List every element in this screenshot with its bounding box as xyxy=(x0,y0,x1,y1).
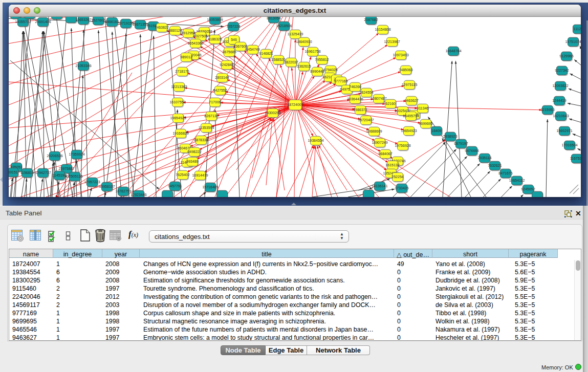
svg-text:717006: 717006 xyxy=(209,100,221,104)
svg-text:12213967: 12213967 xyxy=(384,40,400,43)
svg-text:16961758: 16961758 xyxy=(304,50,320,53)
svg-text:1615132: 1615132 xyxy=(385,163,399,167)
svg-text:5938923: 5938923 xyxy=(443,135,457,138)
svg-text:20364436: 20364436 xyxy=(347,97,363,101)
svg-text:1362615: 1362615 xyxy=(297,64,311,68)
svg-text:10654112: 10654112 xyxy=(509,179,525,182)
svg-text:9860124: 9860124 xyxy=(168,29,182,32)
svg-text:9684067: 9684067 xyxy=(378,152,392,156)
svg-text:18640910: 18640910 xyxy=(296,40,312,43)
svg-text:9227342: 9227342 xyxy=(555,69,569,72)
svg-text:8267130: 8267130 xyxy=(204,114,218,118)
svg-text:19384554: 19384554 xyxy=(308,139,323,142)
svg-text:8990448: 8990448 xyxy=(310,70,324,73)
svg-text:9146821: 9146821 xyxy=(259,52,273,55)
svg-text:10719155: 10719155 xyxy=(118,21,134,25)
svg-text:19654925: 19654925 xyxy=(170,116,186,120)
svg-text:16495794: 16495794 xyxy=(403,114,419,118)
svg-text:10807487: 10807487 xyxy=(371,97,386,100)
svg-text:13958107: 13958107 xyxy=(99,185,115,188)
svg-text:9463627: 9463627 xyxy=(404,99,418,102)
svg-text:20206536: 20206536 xyxy=(47,154,62,158)
svg-text:9245652: 9245652 xyxy=(521,187,535,191)
svg-text:16648784: 16648784 xyxy=(445,49,461,53)
svg-text:18724007: 18724007 xyxy=(287,103,303,106)
svg-text:8471676: 8471676 xyxy=(498,171,512,175)
svg-text:20691406: 20691406 xyxy=(35,20,51,24)
svg-text:993489: 993489 xyxy=(186,160,198,163)
svg-text:18907249: 18907249 xyxy=(372,141,387,144)
svg-text:1156819: 1156819 xyxy=(20,171,34,174)
svg-text:10973493: 10973493 xyxy=(393,53,408,57)
svg-text:12213363: 12213363 xyxy=(171,85,187,89)
svg-text:7625402: 7625402 xyxy=(176,173,189,177)
svg-text:3822037: 3822037 xyxy=(284,60,298,64)
svg-text:15692971: 15692971 xyxy=(556,129,572,133)
svg-text:19166829: 19166829 xyxy=(172,132,188,135)
svg-text:9699695: 9699695 xyxy=(419,122,432,125)
svg-text:23975887: 23975887 xyxy=(58,167,74,170)
svg-text:1733426: 1733426 xyxy=(395,186,408,190)
svg-text:7955812: 7955812 xyxy=(315,58,329,61)
svg-text:19756928: 19756928 xyxy=(395,144,410,147)
svg-text:16782759: 16782759 xyxy=(115,189,131,193)
svg-text:2935114: 2935114 xyxy=(478,156,492,160)
svg-text:7357224: 7357224 xyxy=(226,25,240,28)
svg-text:546: 546 xyxy=(231,38,237,41)
svg-text:7463822: 7463822 xyxy=(155,26,168,29)
svg-text:16409: 16409 xyxy=(431,129,442,133)
svg-text:746266: 746266 xyxy=(349,85,361,89)
svg-text:911346: 911346 xyxy=(417,106,429,110)
svg-text:15751074: 15751074 xyxy=(565,40,581,43)
svg-text:8813054: 8813054 xyxy=(267,17,280,20)
svg-text:7632621: 7632621 xyxy=(488,164,502,167)
svg-text:16543362: 16543362 xyxy=(187,41,203,45)
svg-text:3215953: 3215953 xyxy=(540,108,554,112)
svg-text:19654923: 19654923 xyxy=(401,129,417,133)
svg-text:9474444: 9474444 xyxy=(465,149,478,152)
svg-text:989012: 989012 xyxy=(180,55,192,59)
svg-text:12942737: 12942737 xyxy=(35,171,51,174)
svg-text:12975115: 12975115 xyxy=(402,83,418,86)
svg-text:18300295: 18300295 xyxy=(265,111,280,115)
svg-text:39151: 39151 xyxy=(9,170,18,174)
svg-text:12923446: 12923446 xyxy=(130,193,146,196)
svg-text:12505135: 12505135 xyxy=(67,174,82,178)
svg-text:10688609: 10688609 xyxy=(366,129,382,133)
svg-text:252254: 252254 xyxy=(391,175,403,179)
svg-text:9457791: 9457791 xyxy=(168,184,182,188)
svg-text:16210643: 16210643 xyxy=(553,114,569,118)
svg-text:16671355: 16671355 xyxy=(132,23,148,26)
svg-text:9242848: 9242848 xyxy=(220,63,233,67)
svg-text:1527602: 1527602 xyxy=(91,18,105,22)
svg-text:8454749: 8454749 xyxy=(246,48,259,51)
svg-text:3675685: 3675685 xyxy=(222,50,236,54)
svg-text:11353594: 11353594 xyxy=(199,126,214,129)
svg-text:16914479: 16914479 xyxy=(192,173,208,177)
svg-text:16053809: 16053809 xyxy=(207,18,223,21)
svg-text:8878334: 8878334 xyxy=(194,138,208,142)
svg-text:16154808: 16154808 xyxy=(375,28,390,31)
svg-text:6879197: 6879197 xyxy=(454,142,468,145)
svg-text:2803144: 2803144 xyxy=(215,76,229,79)
svg-text:9327505: 9327505 xyxy=(193,34,207,38)
svg-text:1145194: 1145194 xyxy=(53,173,67,177)
svg-text:3824554: 3824554 xyxy=(359,91,373,94)
svg-text:19218506: 19218506 xyxy=(276,24,292,28)
svg-text:62160: 62160 xyxy=(385,102,396,105)
svg-text:9129966: 9129966 xyxy=(559,54,573,58)
svg-text:2718170: 2718170 xyxy=(175,70,189,73)
svg-text:8427552: 8427552 xyxy=(213,89,227,92)
svg-text:11325419: 11325419 xyxy=(288,32,303,36)
svg-text:9777169: 9777169 xyxy=(334,79,347,83)
svg-text:7986372: 7986372 xyxy=(353,108,367,112)
svg-text:17359924: 17359924 xyxy=(69,152,84,156)
svg-text:14055712: 14055712 xyxy=(15,20,31,24)
svg-text:6498222: 6498222 xyxy=(187,150,201,154)
svg-text:17016504: 17016504 xyxy=(561,143,577,147)
svg-text:8186328: 8186328 xyxy=(208,37,222,41)
svg-text:11123: 11123 xyxy=(574,27,581,31)
svg-text:1244419: 1244419 xyxy=(552,99,566,102)
svg-text:21053346: 21053346 xyxy=(75,64,91,68)
svg-text:10653267: 10653267 xyxy=(75,18,91,21)
